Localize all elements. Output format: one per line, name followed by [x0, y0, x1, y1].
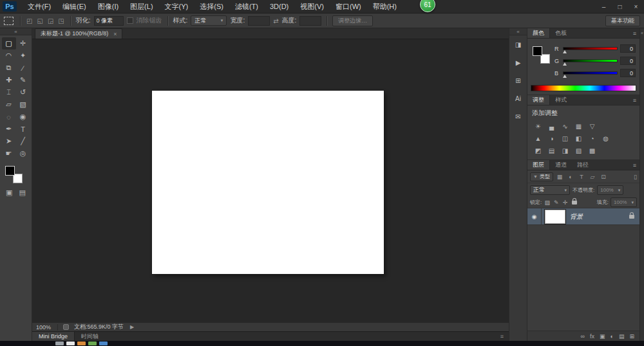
menu-filter[interactable]: 滤镜(T): [229, 0, 264, 13]
filter-adjustment-layers-icon[interactable]: ◐: [566, 174, 575, 180]
document-canvas[interactable]: [152, 91, 384, 274]
screen-mode-icon[interactable]: ▤: [19, 188, 26, 197]
width-input[interactable]: [248, 16, 270, 26]
lasso-tool-icon[interactable]: ◠: [2, 50, 16, 62]
filter-toggle-icon[interactable]: ▯: [634, 174, 637, 180]
intersect-selection-icon[interactable]: ◳: [57, 17, 64, 24]
status-options-arrow-icon[interactable]: ▶: [130, 324, 134, 330]
clone-stamp-tool-icon[interactable]: ⌶: [2, 86, 16, 98]
crop-tool-icon[interactable]: ⧉: [2, 62, 16, 74]
selective-color-icon[interactable]: ▩: [586, 145, 598, 156]
filter-shape-layers-icon[interactable]: ▱: [588, 174, 597, 180]
green-slider-handle[interactable]: [563, 62, 567, 66]
tab-styles[interactable]: 样式: [550, 95, 572, 105]
line-tool-icon[interactable]: ╱: [16, 135, 30, 147]
taskbar-icon[interactable]: [55, 341, 64, 345]
new-layer-icon[interactable]: ⊞: [629, 333, 634, 340]
gradient-map-icon[interactable]: ▧: [573, 145, 585, 156]
quick-selection-tool-icon[interactable]: ✦: [16, 50, 30, 62]
subtract-selection-icon[interactable]: ◲: [47, 17, 54, 24]
blur-tool-icon[interactable]: ◌: [2, 111, 16, 123]
exposure-icon[interactable]: ▦: [573, 121, 585, 131]
layer-effects-icon[interactable]: fx: [590, 333, 594, 340]
brush-tool-icon[interactable]: ✎: [16, 74, 30, 86]
black-white-icon[interactable]: ◧: [573, 133, 585, 143]
invert-icon[interactable]: ◩: [532, 145, 544, 156]
tab-paths[interactable]: 路径: [572, 160, 594, 170]
taskbar-icon[interactable]: [88, 341, 97, 345]
vibrance-icon[interactable]: ▲: [532, 133, 544, 143]
collapse-tools-icon[interactable]: «: [0, 28, 32, 35]
taskbar-icon[interactable]: [99, 341, 108, 345]
tab-swatches[interactable]: 色板: [550, 28, 572, 38]
menu-window[interactable]: 窗口(W): [330, 0, 367, 13]
height-input[interactable]: [299, 16, 321, 26]
filter-pixel-layers-icon[interactable]: ▦: [555, 174, 564, 180]
foreground-color-swatch[interactable]: [5, 166, 15, 176]
posterize-icon[interactable]: ▤: [545, 145, 558, 156]
red-slider-handle[interactable]: [563, 50, 567, 53]
link-layers-icon[interactable]: ∞: [581, 333, 585, 340]
zoom-level-field[interactable]: 100%: [36, 324, 58, 331]
menu-type[interactable]: 文字(Y): [159, 0, 194, 13]
menu-view[interactable]: 视图(V): [294, 0, 330, 13]
actions-panel-icon[interactable]: ▶: [511, 55, 526, 69]
blend-mode-select[interactable]: 正常 ▾: [530, 185, 570, 195]
current-tool-icon[interactable]: [4, 17, 14, 25]
add-mask-icon[interactable]: ▣: [600, 333, 605, 340]
brightness-contrast-icon[interactable]: ☀: [532, 121, 544, 131]
expand-panels-icon[interactable]: «: [509, 28, 527, 35]
layer-row-background[interactable]: ◉ 背景: [527, 208, 639, 225]
menu-3d[interactable]: 3D(D): [264, 0, 294, 13]
color-panel-menu-icon[interactable]: ≡: [630, 28, 639, 38]
history-brush-tool-icon[interactable]: ↺: [16, 86, 30, 98]
type-tool-icon[interactable]: T: [16, 123, 30, 135]
dodge-tool-icon[interactable]: ◉: [16, 111, 30, 123]
notes-panel-icon[interactable]: ✉: [511, 109, 526, 123]
gradient-tool-icon[interactable]: ▧: [16, 98, 30, 111]
curves-icon[interactable]: ∿: [559, 121, 571, 131]
new-adjustment-layer-icon[interactable]: ◐: [611, 333, 614, 340]
photo-filter-icon[interactable]: ◔: [586, 133, 598, 143]
lock-all-icon[interactable]: [572, 201, 577, 205]
adjustment-more-icon[interactable]: ▽: [586, 121, 598, 131]
document-tab[interactable]: 未标题-1 @ 100%(RGB/8) ×: [35, 28, 122, 39]
red-value-field[interactable]: 0: [620, 44, 636, 53]
hue-saturation-icon[interactable]: ◑: [545, 133, 558, 143]
tab-adjustments[interactable]: 调整: [527, 95, 550, 105]
menu-image[interactable]: 图像(I): [92, 0, 124, 13]
levels-icon[interactable]: ▄: [545, 121, 558, 131]
tab-layers[interactable]: 图层: [527, 160, 550, 170]
menu-layer[interactable]: 图层(L): [124, 0, 158, 13]
layer-thumbnail[interactable]: [545, 210, 565, 224]
blue-value-field[interactable]: 0: [620, 69, 636, 77]
threshold-icon[interactable]: ◨: [559, 145, 571, 156]
new-group-icon[interactable]: ▤: [619, 333, 625, 340]
minimize-button[interactable]: –: [596, 0, 612, 13]
maximize-button[interactable]: □: [612, 0, 628, 13]
foreground-color-swatch[interactable]: [533, 46, 542, 56]
menu-file[interactable]: 文件(F): [22, 0, 57, 13]
lock-pixels-icon[interactable]: ✎: [553, 199, 560, 206]
close-document-icon[interactable]: ×: [113, 31, 117, 37]
add-selection-icon[interactable]: ◱: [36, 17, 43, 24]
collapse-dock-icon[interactable]: «: [641, 31, 643, 341]
hand-tool-icon[interactable]: ☛: [2, 147, 16, 159]
character-panel-icon[interactable]: ⊞: [511, 73, 526, 87]
menu-edit[interactable]: 编辑(E): [57, 0, 92, 13]
layer-filter-kind-select[interactable]: ▼ 类型: [530, 172, 553, 181]
layer-name[interactable]: 背景: [570, 212, 628, 221]
illustrator-panel-icon[interactable]: Ai: [511, 91, 526, 105]
swap-dimensions-icon[interactable]: ⇄: [273, 17, 278, 24]
new-selection-icon[interactable]: ◰: [26, 17, 33, 24]
opacity-select[interactable]: 100% ▾: [597, 185, 623, 195]
eyedropper-tool-icon[interactable]: ∕: [16, 62, 30, 74]
tab-channels[interactable]: 通道: [550, 160, 572, 170]
style-select[interactable]: 正常 ▾: [191, 15, 227, 26]
move-tool-icon[interactable]: ✛: [16, 37, 30, 50]
color-spectrum-ramp[interactable]: [531, 85, 636, 91]
color-balance-icon[interactable]: ◫: [559, 133, 571, 143]
histogram-panel-icon[interactable]: ◨: [511, 37, 526, 51]
layers-panel-menu-icon[interactable]: ≡: [630, 160, 639, 170]
close-button[interactable]: ×: [628, 0, 644, 13]
